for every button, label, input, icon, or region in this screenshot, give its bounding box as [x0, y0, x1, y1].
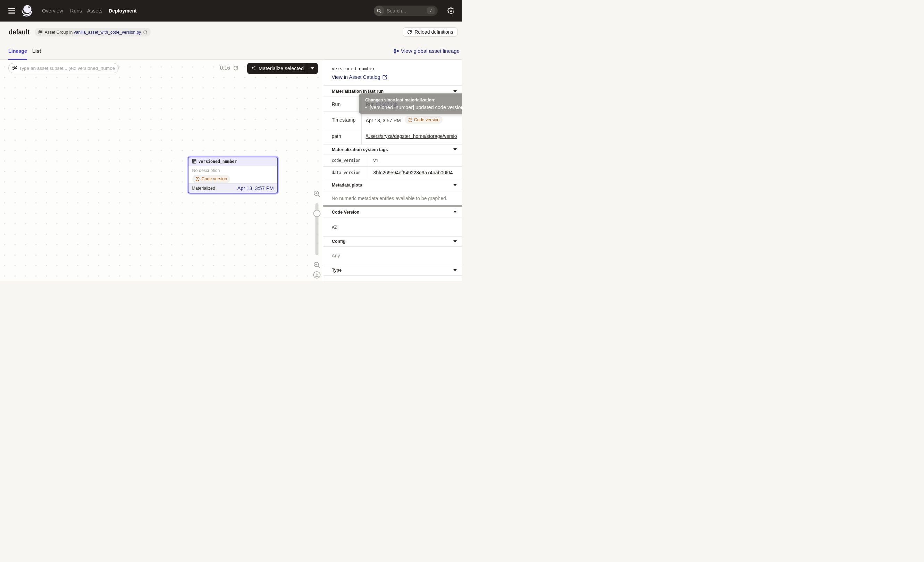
data-version-value: 3bfc269594ef649228e9a74bab00f04 — [369, 167, 462, 179]
asset-group-label: Asset Group in vanilla_asset_with_code_v… — [44, 30, 141, 35]
materialize-selected-button[interactable]: Materialize selected — [247, 63, 318, 74]
external-link-icon — [382, 75, 387, 80]
view-global-asset-lineage-link[interactable]: View global asset lineage — [394, 48, 460, 54]
top-navigation: Overview Runs Assets Deployment / — [0, 0, 462, 21]
chevron-down-icon — [310, 68, 314, 69]
reload-definitions-button[interactable]: Reload definitions — [403, 27, 458, 36]
zoom-in-icon[interactable] — [313, 190, 321, 198]
section-title: Type — [332, 267, 342, 273]
changes-tooltip: Changes since last materialization: •[ve… — [359, 93, 462, 114]
search-box[interactable]: / — [374, 6, 438, 16]
code-version-tag[interactable]: Code version — [405, 116, 443, 124]
section-header-config[interactable]: Config — [323, 236, 462, 246]
path-link[interactable]: /Users/sryza/dagster_home/storage/versio — [366, 134, 457, 139]
section-title: Metadata plots — [332, 182, 362, 188]
nav-item-assets[interactable]: Assets — [87, 8, 102, 14]
tab-lineage[interactable]: Lineage — [8, 48, 27, 54]
section-header-type[interactable]: Type — [323, 264, 462, 275]
collapse-caret-icon[interactable] — [453, 240, 457, 242]
asset-node-versioned-number[interactable]: versioned_number No description Code ver… — [187, 156, 279, 195]
asset-node-header: versioned_number — [189, 157, 278, 166]
asset-group-file-link[interactable]: vanilla_asset_with_code_version.py — [74, 30, 141, 35]
asset-subset-input-wrap — [8, 63, 119, 73]
nav-item-runs[interactable]: Runs — [70, 8, 82, 14]
tag-label: Code version — [202, 176, 227, 181]
tooltip-title: Changes since last materialization: — [365, 97, 436, 102]
search-shortcut-badge: / — [427, 7, 435, 14]
materialized-status: Materialized — [192, 186, 215, 191]
table-row: data_version 3bfc269594ef649228e9a74bab0… — [323, 167, 462, 179]
timestamp-label: Timestamp — [323, 112, 362, 128]
path-value: /Users/sryza/dagster_home/storage/versio — [362, 128, 462, 144]
settings-gear-icon[interactable] — [447, 7, 454, 14]
canvas-refresh-icon[interactable] — [233, 65, 238, 71]
materialize-button-label: Materialize selected — [259, 66, 304, 71]
section-title: Code Version — [332, 209, 359, 215]
section-header-code-version[interactable]: Code Version — [323, 207, 462, 217]
collapse-caret-icon[interactable] — [453, 184, 457, 186]
asset-node-footer: Materialized Apr 13, 3:57 PM — [189, 183, 278, 193]
code-version-value: v1 — [369, 155, 462, 167]
zoom-slider-handle[interactable] — [314, 210, 321, 217]
path-label: path — [323, 128, 362, 144]
timestamp-value: Apr 13, 3:57 PMCode version — [362, 112, 462, 128]
system-tags-table: code_version v1 data_version 3bfc269594e… — [323, 155, 462, 179]
timestamp-text: Apr 13, 3:57 PM — [366, 118, 401, 123]
table-row: code_version v1 — [323, 155, 462, 167]
reload-button-label: Reload definitions — [414, 29, 453, 35]
table-row: path /Users/sryza/dagster_home/storage/v… — [323, 128, 462, 144]
code-version-key: code_version — [323, 155, 369, 167]
sparkle-icon — [250, 65, 256, 71]
tabs: Lineage List View global asset lineage — [0, 48, 462, 60]
section-title: Materialization system tags — [332, 147, 388, 152]
tooltip-item: [versioned_number] updated code version — [370, 105, 462, 110]
asset-node-title: versioned_number — [198, 159, 237, 164]
type-body — [323, 275, 462, 281]
bullet-icon: • — [365, 105, 367, 110]
refresh-timer: 0:16 — [220, 63, 230, 73]
code-version-changed-icon — [408, 118, 412, 122]
tooltip-bullet-row: •[versioned_number] updated code version — [365, 105, 462, 110]
group-reload-icon[interactable] — [143, 30, 147, 35]
asset-details-panel: versioned_number View in Asset Catalog M… — [323, 60, 462, 281]
view-in-asset-catalog-link[interactable]: View in Asset Catalog — [332, 74, 388, 80]
tag-label: Code version — [414, 117, 440, 122]
section-header-materialization-system-tags[interactable]: Materialization system tags — [323, 144, 462, 155]
global-lineage-label: View global asset lineage — [401, 48, 460, 54]
page-title: default — [9, 28, 30, 36]
section-title: Config — [332, 239, 345, 244]
tab-list[interactable]: List — [32, 48, 41, 54]
zoom-out-icon[interactable] — [313, 261, 321, 269]
materialize-dropdown-toggle[interactable] — [307, 63, 318, 74]
config-body: Any — [323, 246, 462, 264]
zoom-controls — [311, 188, 322, 281]
menu-icon[interactable] — [8, 8, 15, 14]
code-version-tag[interactable]: Code version — [192, 175, 231, 183]
asset-group-breadcrumb: Asset Group in vanilla_asset_with_code_v… — [35, 28, 151, 36]
dagster-logo[interactable] — [21, 5, 33, 17]
catalog-link-label: View in Asset Catalog — [332, 74, 380, 80]
section-header-metadata-plots[interactable]: Metadata plots — [323, 179, 462, 191]
collapse-caret-icon[interactable] — [453, 269, 457, 271]
download-image-icon[interactable] — [313, 271, 321, 279]
asset-node-description: No description — [192, 168, 273, 173]
data-version-key: data_version — [323, 167, 369, 179]
asset-subset-input[interactable] — [19, 66, 115, 71]
reload-icon — [407, 30, 412, 35]
asset-group-prefix: Asset Group in — [44, 30, 72, 35]
asset-group-icon — [38, 30, 42, 35]
section-title: Materialization in last run — [332, 89, 384, 94]
graph-query-icon — [12, 66, 17, 71]
collapse-caret-icon[interactable] — [453, 211, 457, 213]
collapse-caret-icon[interactable] — [453, 148, 457, 150]
table-row: Timestamp Apr 13, 3:57 PMCode version — [323, 112, 462, 128]
lineage-graph-canvas[interactable]: 0:16 Materialize selected versioned_numb… — [0, 60, 323, 281]
nav-item-overview[interactable]: Overview — [42, 8, 63, 14]
materialized-timestamp[interactable]: Apr 13, 3:57 PM — [237, 185, 274, 191]
lineage-graph-icon — [394, 49, 399, 54]
nav-item-deployment[interactable]: Deployment — [109, 8, 137, 14]
panel-asset-name: versioned_number — [332, 66, 375, 71]
search-input[interactable] — [387, 8, 420, 14]
metadata-plots-empty-message: No numeric metadata entries available to… — [323, 191, 462, 205]
collapse-caret-icon[interactable] — [453, 90, 457, 92]
